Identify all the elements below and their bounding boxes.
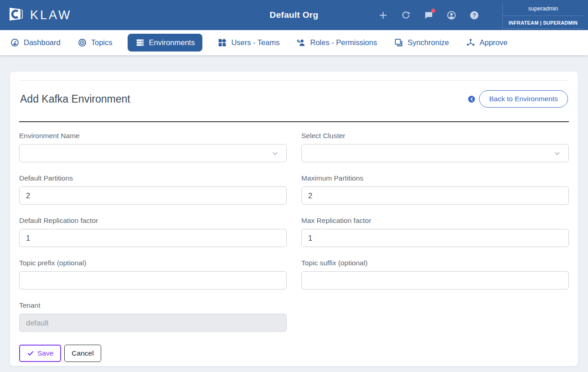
tab-label: Roles - Permissions	[310, 38, 377, 47]
tab-label: Dashboard	[24, 38, 61, 47]
topic-suffix-label: Topic suffix (optional)	[301, 259, 569, 267]
tenant-label: Tenant	[19, 301, 287, 310]
tab-environments[interactable]: Environments	[128, 34, 203, 52]
default-partitions-input[interactable]	[19, 186, 287, 205]
tab-approve[interactable]: Approve	[464, 34, 509, 52]
max-replication-factor-label: Max Replication factor	[301, 217, 569, 225]
field-maximum-partitions: Maximum Partitions	[301, 174, 569, 205]
default-replication-factor-input[interactable]	[19, 229, 287, 247]
field-max-replication-factor: Max Replication factor	[301, 217, 569, 247]
form-actions: Save Cancel	[19, 345, 569, 362]
person-key-icon	[296, 38, 306, 47]
back-to-environments-button[interactable]: Back to Environments	[479, 90, 568, 108]
environment-name-label: Environment Name	[19, 132, 287, 140]
cancel-button-label: Cancel	[72, 349, 93, 357]
tab-label: Environments	[149, 38, 195, 47]
plus-icon[interactable]	[378, 10, 388, 21]
main-content: Add Kafka Environment Back to Environmen…	[0, 55, 588, 366]
environment-form: Environment Name Select Cluster Default …	[19, 132, 569, 344]
klaw-logo[interactable]: KLAW	[6, 5, 72, 25]
field-environment-name: Environment Name	[19, 132, 287, 162]
back-navigation: Back to Environments	[468, 90, 568, 108]
dashboard-gauge-icon	[10, 38, 20, 47]
check-icon	[27, 350, 34, 357]
notification-badge	[431, 9, 435, 13]
refresh-icon[interactable]	[401, 10, 411, 21]
top-navbar: KLAW Default Org	[0, 0, 588, 30]
field-select-cluster: Select Cluster	[301, 132, 569, 162]
header-divider	[19, 121, 569, 122]
tab-dashboard[interactable]: Dashboard	[8, 34, 62, 52]
save-button[interactable]: Save	[19, 345, 61, 362]
tab-users-teams[interactable]: Users - Teams	[216, 34, 281, 52]
cancel-button[interactable]: Cancel	[64, 345, 101, 362]
page-title: Add Kafka Environment	[20, 93, 130, 105]
chevron-down-icon	[271, 149, 279, 158]
account-icon[interactable]	[446, 10, 457, 21]
select-cluster-select[interactable]	[301, 144, 569, 162]
tab-label: Users - Teams	[231, 38, 279, 47]
user-team-role: INFRATEAM | SUPERADMIN	[503, 16, 583, 29]
tab-label: Synchronize	[407, 38, 449, 47]
tab-roles-permissions[interactable]: Roles - Permissions	[294, 34, 379, 52]
card-header: Add Kafka Environment Back to Environmen…	[19, 81, 569, 121]
tab-label: Topics	[91, 38, 113, 47]
maximum-partitions-label: Maximum Partitions	[301, 174, 569, 182]
field-default-replication-factor: Default Replication factor	[19, 217, 287, 247]
tab-topics[interactable]: Topics	[76, 34, 114, 52]
tab-synchronize[interactable]: Synchronize	[392, 34, 451, 52]
default-partitions-label: Default Partitions	[19, 174, 287, 182]
default-replication-factor-label: Default Replication factor	[19, 217, 287, 225]
field-default-partitions: Default Partitions	[19, 174, 287, 205]
tenant-input	[19, 314, 287, 332]
server-stack-icon	[135, 38, 145, 47]
select-cluster-label: Select Cluster	[301, 132, 569, 140]
topic-suffix-input[interactable]	[301, 271, 569, 289]
org-title: Default Org	[270, 10, 319, 20]
max-replication-factor-input[interactable]	[301, 229, 569, 247]
field-topic-prefix: Topic prefix (optional)	[19, 259, 287, 289]
svg-text:?: ?	[473, 12, 476, 18]
widgets-icon	[217, 38, 227, 47]
back-arrow-circle-icon[interactable]	[468, 95, 475, 103]
save-button-label: Save	[37, 349, 53, 357]
grid-spacer	[301, 301, 569, 344]
klaw-logo-icon	[6, 5, 25, 25]
overlap-squares-icon	[394, 38, 403, 47]
main-nav-tabs: Dashboard Topics Environments	[0, 30, 588, 55]
field-tenant: Tenant	[19, 301, 287, 332]
hub-network-icon	[466, 38, 475, 47]
help-icon[interactable]: ?	[469, 10, 480, 21]
maximum-partitions-input[interactable]	[301, 186, 569, 205]
target-icon	[77, 38, 87, 47]
add-environment-card: Add Kafka Environment Back to Environmen…	[10, 72, 578, 366]
user-menu[interactable]: superadmin INFRATEAM | SUPERADMIN	[502, 4, 583, 29]
topic-prefix-input[interactable]	[19, 271, 287, 289]
chevron-down-icon	[553, 149, 562, 158]
environment-name-select[interactable]	[19, 144, 287, 162]
user-name: superadmin	[503, 4, 583, 16]
tab-label: Approve	[480, 38, 507, 47]
field-topic-suffix: Topic suffix (optional)	[301, 259, 569, 289]
chat-notification-icon[interactable]	[423, 10, 434, 21]
navbar-actions: ?	[378, 0, 480, 30]
brand-name: KLAW	[30, 8, 72, 22]
topic-prefix-label: Topic prefix (optional)	[19, 259, 287, 267]
